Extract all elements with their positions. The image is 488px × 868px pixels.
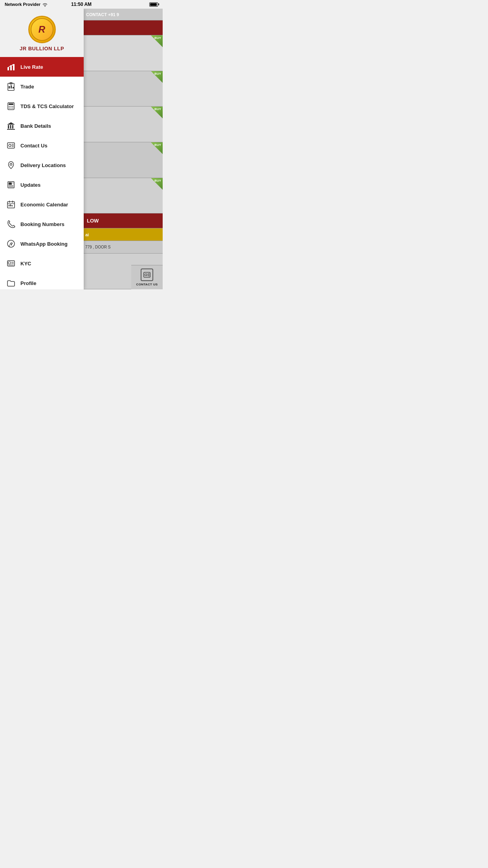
sidebar-item-kyc[interactable]: KYC: [0, 254, 84, 273]
svg-rect-41: [12, 205, 13, 206]
svg-point-49: [145, 274, 147, 276]
battery-area: [149, 2, 158, 7]
newspaper-icon: [6, 179, 17, 190]
svg-point-0: [45, 6, 46, 7]
sidebar-item-kyc-label: KYC: [20, 261, 31, 267]
status-bar: Network Provider 11:50 AM: [0, 0, 163, 9]
sidebar-item-whatsapp[interactable]: WhatsApp Booking: [0, 234, 84, 254]
svg-point-12: [9, 106, 9, 107]
logo-title: JR BULLION LLP: [20, 46, 64, 51]
price-row-3: BUY: [84, 107, 163, 142]
calendar-chart-icon: [6, 199, 17, 210]
svg-point-17: [12, 108, 13, 108]
sidebar-item-trade-label: Trade: [20, 84, 34, 90]
right-panel: CONTACT +91 9 BUY BUY BUY BUY BUY: [84, 9, 163, 289]
whatsapp-icon: [6, 238, 17, 249]
logo-area: R JR BULLION LLP: [0, 9, 84, 57]
bank-icon: [6, 120, 17, 131]
red-bar-row: [84, 20, 163, 35]
svg-rect-21: [12, 125, 13, 129]
contact-us-icon: [141, 268, 153, 281]
sidebar-item-contact-us[interactable]: Contact Us: [0, 136, 84, 155]
address-bar: 779 , DOOR S: [84, 241, 163, 254]
logo-letter: R: [39, 24, 45, 35]
svg-rect-22: [7, 129, 15, 130]
sidebar-item-bank-label: Bank Details: [20, 123, 51, 129]
gold-bar: ai: [84, 228, 163, 241]
sidebar-item-bank-details[interactable]: Bank Details: [0, 116, 84, 136]
main-container: R JR BULLION LLP Live Rate: [0, 9, 163, 289]
calculator-icon: [6, 101, 17, 112]
svg-point-15: [9, 108, 9, 108]
contact-icon-svg: [143, 271, 151, 279]
low-text: LOW: [84, 218, 99, 224]
sidebar-item-economic-label: Economic Calendar: [20, 202, 68, 208]
sidebar-item-live-rate[interactable]: Live Rate: [0, 57, 84, 77]
contact-card-icon: [6, 140, 17, 151]
svg-rect-19: [8, 125, 9, 129]
logo-circle: R: [28, 16, 56, 43]
sidebar: R JR BULLION LLP Live Rate: [0, 9, 84, 289]
sidebar-item-booking-numbers[interactable]: Booking Numbers: [0, 214, 84, 234]
wifi-icon: [42, 2, 48, 7]
svg-marker-18: [7, 122, 15, 125]
sidebar-item-profile-label: Profile: [20, 280, 36, 286]
sidebar-item-delivery-label: Delivery Locations: [20, 162, 66, 168]
price-row-4: BUY: [84, 142, 163, 178]
svg-rect-7: [9, 86, 10, 88]
buy-badge-1: BUY: [151, 35, 163, 47]
svg-point-28: [10, 164, 12, 166]
sidebar-item-updates[interactable]: Updates: [0, 175, 84, 195]
sidebar-item-whatsapp-label: WhatsApp Booking: [20, 241, 68, 247]
low-bar: LOW: [84, 213, 163, 228]
carrier-info: Network Provider: [5, 2, 48, 7]
svg-rect-20: [10, 125, 11, 129]
time-display: 11:50 AM: [71, 2, 92, 7]
battery-icon: [149, 2, 158, 7]
svg-point-14: [12, 106, 13, 107]
contact-header-text: CONTACT +91 9: [84, 12, 121, 17]
location-pin-icon: [6, 160, 17, 171]
buy-badge-3: BUY: [151, 107, 163, 118]
svg-point-24: [9, 144, 11, 147]
svg-rect-11: [9, 103, 13, 105]
price-row-2: BUY: [84, 71, 163, 107]
svg-rect-30: [9, 182, 12, 185]
logo-inner: R: [31, 18, 53, 41]
contact-header-row: CONTACT +91 9: [84, 9, 163, 20]
buy-badge-5: BUY: [151, 178, 163, 190]
id-card-icon: [6, 258, 17, 269]
folder-icon: [6, 278, 17, 289]
phone-icon: [6, 219, 17, 230]
sidebar-item-delivery-locations[interactable]: Delivery Locations: [0, 155, 84, 175]
gold-text: ai: [84, 232, 90, 237]
buy-badge-2: BUY: [151, 71, 163, 83]
clipboard-chart-icon: [6, 81, 17, 92]
sidebar-item-economic-calendar[interactable]: Economic Calendar: [0, 195, 84, 214]
buy-badge-4: BUY: [151, 142, 163, 154]
price-row-5: BUY: [84, 178, 163, 214]
nav-list: Live Rate Trade: [0, 57, 84, 289]
chart-bar-icon: [6, 61, 17, 72]
background-rows: CONTACT +91 9 BUY BUY BUY BUY BUY: [84, 9, 163, 289]
contact-us-label: CONTACT US: [136, 283, 158, 286]
carrier-label: Network Provider: [5, 2, 40, 7]
svg-point-13: [11, 106, 11, 107]
svg-rect-9: [13, 87, 14, 88]
sidebar-item-contact-label: Contact Us: [20, 143, 48, 149]
svg-rect-8: [11, 85, 12, 88]
address-text: 779 , DOOR S: [84, 245, 112, 249]
svg-point-42: [7, 240, 15, 247]
svg-point-16: [11, 108, 11, 108]
svg-rect-44: [8, 262, 11, 264]
price-row-1: BUY: [84, 35, 163, 71]
sidebar-item-trade[interactable]: Trade: [0, 77, 84, 96]
sidebar-item-live-rate-label: Live Rate: [20, 64, 43, 70]
bottom-contact-button[interactable]: CONTACT US: [131, 265, 163, 289]
sidebar-item-booking-label: Booking Numbers: [20, 221, 64, 227]
sidebar-item-tds-label: TDS & TCS Calculator: [20, 103, 74, 109]
sidebar-item-updates-label: Updates: [20, 182, 40, 188]
sidebar-item-profile[interactable]: Profile: [0, 273, 84, 289]
sidebar-item-tds-tcs[interactable]: TDS & TCS Calculator: [0, 96, 84, 116]
svg-point-4: [13, 64, 14, 66]
